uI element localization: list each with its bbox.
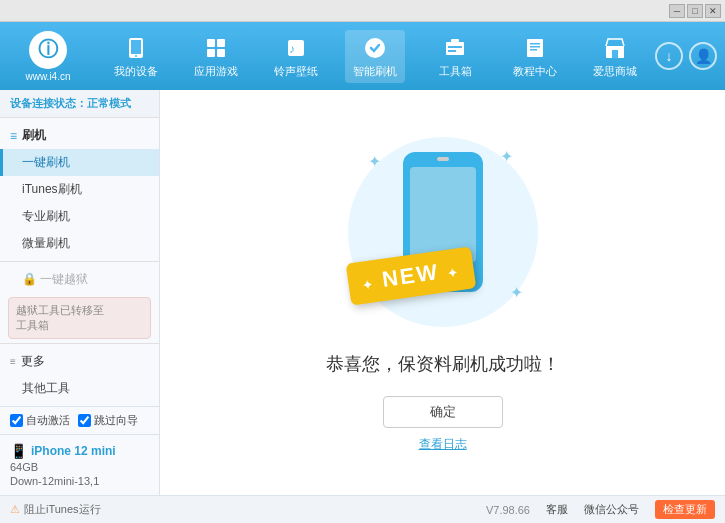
sparkle-3: ✦ [510,283,523,302]
nav-item-my-device[interactable]: 我的设备 [106,30,166,83]
svg-point-2 [135,55,137,57]
device-icon [122,34,150,62]
nav-label-tutorials: 教程中心 [513,64,557,79]
success-title: 恭喜您，保资料刷机成功啦！ [326,352,560,376]
close-btn[interactable]: ✕ [705,4,721,18]
checkbox-auto-start-input[interactable] [10,414,23,427]
more-section-icon: ≡ [10,356,16,367]
sidebar: 设备连接状态：正常模式 ≡ 刷机 一键刷机 iTunes刷机 专业刷机 [0,90,160,495]
smart-shop-icon [361,34,389,62]
sidebar-divider-2 [0,343,159,344]
ringtone-icon: ♪ [282,34,310,62]
minimize-btn[interactable]: ─ [669,4,685,18]
new-badge-text: ✦ NEW ✦ [360,256,460,294]
tutorial-icon [521,34,549,62]
svg-rect-3 [207,39,215,47]
nav-label-ringtones: 铃声壁纸 [274,64,318,79]
nav-label-smart-shop: 智能刷机 [353,64,397,79]
checkbox-skip-wizard-label: 跳过向导 [94,413,138,428]
device-name: iPhone 12 mini [31,444,116,458]
svg-rect-4 [217,39,225,47]
status-bar-top: 设备连接状态：正常模式 [0,90,159,118]
tools-icon [441,34,469,62]
user-btn[interactable]: 👤 [689,42,717,70]
svg-rect-11 [451,39,459,42]
more-section-header: ≡ 更多 [0,348,159,375]
nav-item-shop[interactable]: 爱思商城 [585,30,645,83]
nav-item-tools[interactable]: 工具箱 [425,30,485,83]
sidebar-item-one-key-flash[interactable]: 一键刷机 [0,149,159,176]
wechat-link[interactable]: 微信公众号 [584,502,639,517]
nav-label-apps: 应用游戏 [194,64,238,79]
svg-rect-12 [448,46,462,48]
update-button[interactable]: 检查更新 [655,500,715,519]
nav-right: ↓ 👤 [655,42,717,70]
status-label: 设备连接状态： [10,97,87,109]
svg-rect-15 [530,43,540,45]
svg-rect-13 [448,50,456,52]
logo-icon: ⓘ [29,31,67,69]
store-icon [601,34,629,62]
svg-rect-10 [446,42,464,55]
app-container: ⓘ www.i4.cn 我的设备 应用游戏 ♪ 铃声壁纸 [0,22,725,523]
svg-rect-14 [527,39,543,57]
nav-item-smart-shop[interactable]: 智能刷机 [345,30,405,83]
sidebar-item-micro-flash[interactable]: 微量刷机 [0,230,159,257]
bottom-right: V7.98.66 客服 微信公众号 检查更新 [486,500,715,519]
maximize-btn[interactable]: □ [687,4,703,18]
flash-section-label: 刷机 [22,127,46,144]
nav-item-ringtones[interactable]: ♪ 铃声壁纸 [266,30,326,83]
status-value: 正常模式 [87,97,131,109]
device-phone-icon: 📱 [10,443,27,459]
main-content: ✦ NEW ✦ ✦ ✦ ✦ 恭喜您，保资料刷机成功啦！ 确定 查看日志 [160,90,725,495]
success-illustration: ✦ NEW ✦ ✦ ✦ ✦ [343,132,543,332]
svg-text:♪: ♪ [289,42,295,56]
checkboxes-row: 自动激活 跳过向导 [0,406,159,434]
nav-label-tools: 工具箱 [439,64,472,79]
nav-label-shop: 爱思商城 [593,64,637,79]
stop-itunes-label[interactable]: 阻止iTunes运行 [24,502,101,517]
nav-label-my-device: 我的设备 [114,64,158,79]
top-nav: ⓘ www.i4.cn 我的设备 应用游戏 ♪ 铃声壁纸 [0,22,725,90]
sparkle-1: ✦ [368,152,381,171]
stop-itunes-icon: ⚠ [10,503,20,516]
sidebar-item-itunes-flash[interactable]: iTunes刷机 [0,176,159,203]
device-icon-row: 📱 iPhone 12 mini [10,443,149,459]
sidebar-content: ≡ 刷机 一键刷机 iTunes刷机 专业刷机 微量刷机 🔒 一键越狱 [0,118,159,406]
nav-item-tutorials[interactable]: 教程中心 [505,30,565,83]
flash-section-icon: ≡ [10,129,17,143]
apps-icon [202,34,230,62]
version-label: V7.98.66 [486,504,530,516]
svg-rect-17 [530,49,537,51]
checkbox-auto-start[interactable]: 自动激活 [10,413,70,428]
bottom-bar: ⚠ 阻止iTunes运行 V7.98.66 客服 微信公众号 检查更新 [0,495,725,523]
flash-section-header: ≡ 刷机 [0,122,159,149]
sidebar-item-other-tools[interactable]: 其他工具 [0,375,159,402]
svg-rect-5 [207,49,215,57]
device-firmware: Down-12mini-13,1 [10,475,149,487]
logo-text: www.i4.cn [25,71,70,82]
logo-area: ⓘ www.i4.cn [8,31,88,82]
title-bar: ─ □ ✕ [0,0,725,22]
checkbox-skip-wizard-input[interactable] [78,414,91,427]
content-area: 设备连接状态：正常模式 ≡ 刷机 一键刷机 iTunes刷机 专业刷机 [0,90,725,495]
svg-rect-19 [612,50,618,58]
confirm-button[interactable]: 确定 [383,396,503,428]
svg-rect-1 [131,40,141,54]
sidebar-item-pro-flash[interactable]: 专业刷机 [0,203,159,230]
device-storage: 64GB [10,461,149,473]
download-btn[interactable]: ↓ [655,42,683,70]
sidebar-item-jailbreak-disabled: 🔒 一键越狱 [0,266,159,293]
svg-rect-16 [530,46,540,48]
nav-item-apps[interactable]: 应用游戏 [186,30,246,83]
sidebar-bottom: 📱 iPhone 12 mini 64GB Down-12mini-13,1 [0,434,159,495]
checkbox-skip-wizard[interactable]: 跳过向导 [78,413,138,428]
go-to-link[interactable]: 查看日志 [419,436,467,453]
svg-rect-6 [217,49,225,57]
more-section-label: 更多 [21,353,45,370]
sidebar-divider-1 [0,261,159,262]
sidebar-warning: 越狱工具已转移至工具箱 [8,297,151,339]
customer-service-link[interactable]: 客服 [546,502,568,517]
nav-items: 我的设备 应用游戏 ♪ 铃声壁纸 智能刷机 [96,30,655,83]
checkbox-auto-start-label: 自动激活 [26,413,70,428]
